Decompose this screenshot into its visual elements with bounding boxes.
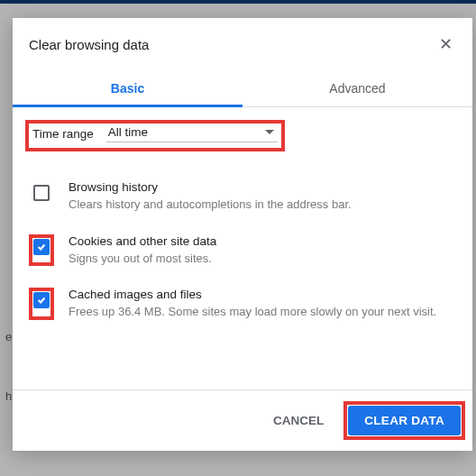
time-range-select[interactable]: All time: [106, 125, 278, 142]
close-icon[interactable]: ✕: [435, 32, 456, 56]
dialog-footer: CANCEL CLEAR DATA: [13, 389, 472, 451]
chevron-down-icon: [265, 130, 274, 134]
clear-data-button[interactable]: CLEAR DATA: [348, 406, 461, 435]
time-range-row: Time range All time: [25, 120, 285, 151]
option-title: Cached images and files: [69, 288, 436, 301]
tabs: Basic Advanced: [13, 72, 472, 107]
option-cache: Cached images and files Frees up 36.4 MB…: [25, 280, 460, 334]
option-description: Clears history and autocompletions in th…: [69, 197, 352, 213]
dialog-body: Time range All time Browsing history Cle…: [13, 107, 472, 389]
time-range-value: All time: [108, 125, 148, 139]
checkbox-cookies[interactable]: [33, 239, 50, 255]
check-icon: [37, 243, 46, 252]
dialog-header: Clear browsing data ✕: [13, 18, 472, 72]
checkbox-browsing-history[interactable]: [33, 185, 50, 201]
check-icon: [37, 296, 46, 305]
time-range-label: Time range: [32, 127, 94, 142]
option-browsing-history: Browsing history Clears history and auto…: [25, 173, 460, 227]
dialog-title: Clear browsing data: [29, 37, 149, 52]
option-description: Signs you out of most sites.: [69, 251, 216, 267]
checkbox-cache[interactable]: [33, 292, 50, 308]
option-text: Cached images and files Frees up 36.4 MB…: [69, 288, 436, 320]
option-title: Browsing history: [69, 180, 352, 194]
tab-basic[interactable]: Basic: [13, 72, 243, 106]
option-title: Cookies and other site data: [69, 234, 216, 248]
option-text: Cookies and other site data Signs you ou…: [69, 234, 216, 267]
cancel-button[interactable]: CANCEL: [261, 407, 336, 435]
option-description: Frees up 36.4 MB. Some sites may load mo…: [69, 304, 436, 320]
option-cookies: Cookies and other site data Signs you ou…: [25, 227, 460, 281]
option-text: Browsing history Clears history and auto…: [69, 180, 352, 213]
clear-browsing-data-dialog: Clear browsing data ✕ Basic Advanced Tim…: [13, 18, 472, 451]
tab-advanced[interactable]: Advanced: [243, 72, 472, 106]
